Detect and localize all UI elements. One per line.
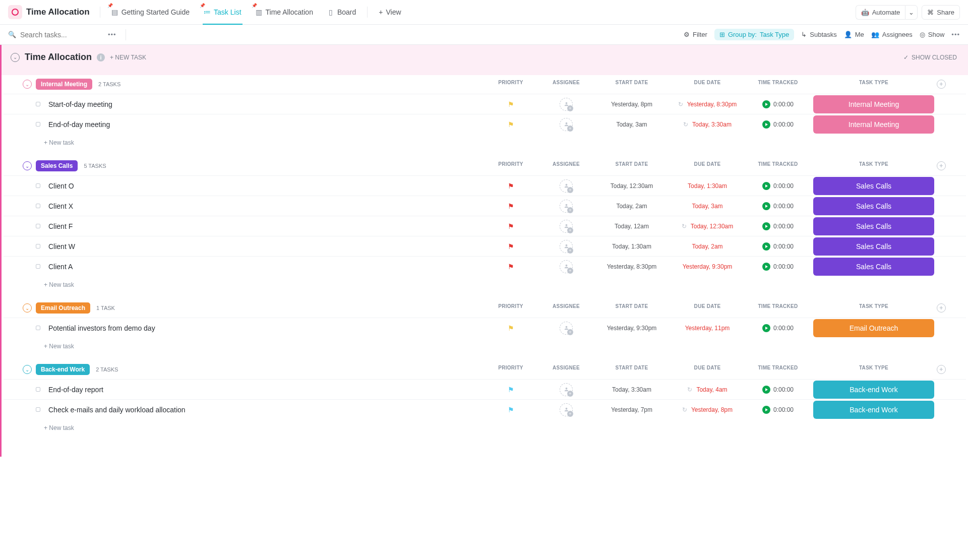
start-date-cell[interactable]: Yesterday, 9:30pm — [594, 325, 670, 332]
priority-cell[interactable]: ⚑ — [483, 324, 538, 332]
task-name[interactable]: Client O — [48, 182, 483, 190]
start-date-cell[interactable]: Yesterday, 8:30pm — [594, 263, 670, 270]
time-tracked-cell[interactable]: 0:00:00 — [745, 222, 811, 230]
due-date-cell[interactable]: Today, 1:30am — [670, 182, 745, 190]
assignee-cell[interactable] — [538, 118, 594, 131]
new-task-button[interactable]: + NEW TASK — [110, 54, 146, 61]
due-date-cell[interactable]: Today, 3am — [670, 203, 745, 210]
add-column[interactable]: + — [937, 161, 957, 170]
task-row[interactable]: Check e-mails and daily workload allocat… — [4, 399, 966, 419]
status-checkbox[interactable] — [36, 326, 40, 330]
task-row[interactable]: End-of-day meeting ⚑ Today, 3am ↻Today, … — [4, 114, 966, 134]
status-checkbox[interactable] — [36, 102, 40, 106]
status-checkbox[interactable] — [36, 387, 40, 392]
assignee-cell[interactable] — [538, 260, 594, 273]
filter-button[interactable]: ⚙ Filter — [684, 31, 707, 38]
priority-cell[interactable]: ⚑ — [483, 182, 538, 190]
assignee-cell[interactable] — [538, 200, 594, 213]
task-type-cell[interactable]: Sales Calls — [811, 237, 937, 256]
group-collapse-toggle[interactable]: ⌄ — [23, 365, 32, 374]
assignee-cell[interactable] — [538, 403, 594, 416]
task-row[interactable]: Client F ⚑ Today, 12am ↻Today, 12:30am 0… — [4, 216, 966, 236]
status-checkbox[interactable] — [36, 264, 40, 269]
task-row[interactable]: Client X ⚑ Today, 2am Today, 3am 0:00:00… — [4, 196, 966, 216]
status-checkbox[interactable] — [36, 407, 40, 412]
priority-cell[interactable]: ⚑ — [483, 386, 538, 394]
time-tracked-cell[interactable]: 0:00:00 — [745, 100, 811, 108]
time-tracked-cell[interactable]: 0:00:00 — [745, 202, 811, 210]
new-task-row[interactable]: + New task — [4, 276, 966, 293]
priority-cell[interactable]: ⚑ — [483, 202, 538, 210]
add-column[interactable]: + — [937, 80, 957, 89]
more-options[interactable]: ••• — [108, 31, 116, 38]
start-date-cell[interactable]: Today, 2am — [594, 203, 670, 210]
search-input[interactable] — [20, 31, 101, 39]
assignee-cell[interactable] — [538, 322, 594, 335]
due-date-cell[interactable]: ↻Today, 12:30am — [670, 223, 745, 230]
task-row[interactable]: Start-of-day meeting ⚑ Yesterday, 8pm ↻Y… — [4, 94, 966, 114]
add-view-button[interactable]: + View — [374, 4, 406, 20]
group-collapse-toggle[interactable]: ⌄ — [23, 161, 32, 170]
due-date-cell[interactable]: ↻Yesterday, 8pm — [670, 406, 745, 413]
task-type-cell[interactable]: Sales Calls — [811, 177, 937, 195]
assignee-cell[interactable] — [538, 383, 594, 396]
due-date-cell[interactable]: Yesterday, 9:30pm — [670, 263, 745, 270]
task-name[interactable]: Potential investors from demo day — [48, 324, 483, 332]
me-button[interactable]: 👤 Me — [844, 31, 864, 38]
task-name[interactable]: Start-of-day meeting — [48, 100, 483, 108]
time-tracked-cell[interactable]: 0:00:00 — [745, 406, 811, 414]
task-name[interactable]: End-of-day meeting — [48, 120, 483, 129]
assignee-cell[interactable] — [538, 240, 594, 253]
assignee-cell[interactable] — [538, 179, 594, 193]
tab-board[interactable]: ▯ Board — [322, 4, 361, 20]
share-button[interactable]: ⌘ Share — [922, 5, 960, 20]
task-row[interactable]: Client W ⚑ Today, 1:30am Today, 2am 0:00… — [4, 236, 966, 256]
priority-cell[interactable]: ⚑ — [483, 242, 538, 251]
collapse-toggle[interactable]: ⌄ — [11, 53, 20, 62]
task-name[interactable]: End-of-day report — [48, 386, 483, 394]
group-badge[interactable]: Email Outreach — [36, 302, 90, 314]
task-name[interactable]: Client A — [48, 263, 483, 271]
automate-button[interactable]: 🤖 Automate — [856, 5, 905, 20]
priority-cell[interactable]: ⚑ — [483, 263, 538, 271]
show-closed-toggle[interactable]: ✓ SHOW CLOSED — [903, 54, 957, 61]
status-checkbox[interactable] — [36, 183, 40, 188]
task-type-cell[interactable]: Sales Calls — [811, 197, 937, 215]
group-by-button[interactable]: ⊞ Group by: Task Type — [714, 29, 794, 40]
add-column[interactable]: + — [937, 303, 957, 313]
new-task-row[interactable]: + New task — [4, 338, 966, 355]
task-type-cell[interactable]: Sales Calls — [811, 258, 937, 276]
automate-dropdown[interactable]: ⌄ — [905, 5, 918, 20]
priority-cell[interactable]: ⚑ — [483, 222, 538, 230]
priority-cell[interactable]: ⚑ — [483, 120, 538, 129]
start-date-cell[interactable]: Today, 1:30am — [594, 243, 670, 250]
time-tracked-cell[interactable]: 0:00:00 — [745, 242, 811, 251]
time-tracked-cell[interactable]: 0:00:00 — [745, 120, 811, 129]
task-type-cell[interactable]: Back-end Work — [811, 381, 937, 399]
task-row[interactable]: Client A ⚑ Yesterday, 8:30pm Yesterday, … — [4, 256, 966, 276]
assignees-button[interactable]: 👥 Assignees — [871, 31, 913, 38]
group-collapse-toggle[interactable]: ⌄ — [23, 80, 32, 89]
due-date-cell[interactable]: Yesterday, 11pm — [670, 325, 745, 332]
start-date-cell[interactable]: Yesterday, 8pm — [594, 101, 670, 108]
assignee-cell[interactable] — [538, 98, 594, 111]
group-collapse-toggle[interactable]: ⌄ — [23, 303, 32, 313]
info-icon[interactable]: i — [97, 53, 105, 61]
assignee-cell[interactable] — [538, 220, 594, 233]
new-task-row[interactable]: + New task — [4, 419, 966, 437]
tab-getting-started[interactable]: 📌 ▤ Getting Started Guide — [106, 4, 195, 20]
due-date-cell[interactable]: ↻Yesterday, 8:30pm — [670, 101, 745, 108]
task-name[interactable]: Client W — [48, 242, 483, 251]
task-type-cell[interactable]: Back-end Work — [811, 401, 937, 419]
start-date-cell[interactable]: Today, 3am — [594, 121, 670, 128]
due-date-cell[interactable]: ↻Today, 4am — [670, 386, 745, 393]
task-row[interactable]: End-of-day report ⚑ Today, 3:30am ↻Today… — [4, 379, 966, 399]
due-date-cell[interactable]: ↻Today, 3:30am — [670, 121, 745, 128]
group-badge[interactable]: Back-end Work — [36, 364, 90, 375]
task-type-cell[interactable]: Internal Meeting — [811, 115, 937, 134]
start-date-cell[interactable]: Today, 3:30am — [594, 386, 670, 393]
group-badge[interactable]: Sales Calls — [36, 160, 78, 171]
task-name[interactable]: Client X — [48, 202, 483, 210]
group-badge[interactable]: Internal Meeting — [36, 79, 92, 90]
task-name[interactable]: Client F — [48, 222, 483, 230]
